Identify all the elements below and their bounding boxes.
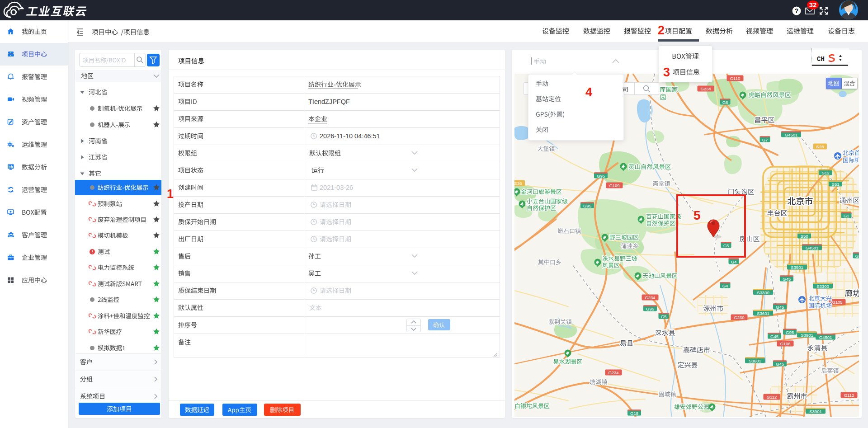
svg-text:G110: G110 (730, 76, 741, 81)
svg-text:S3501: S3501 (791, 265, 803, 270)
svg-text:S3601: S3601 (749, 358, 761, 363)
svg-text:S51: S51 (832, 182, 840, 187)
svg-text:G234: G234 (645, 295, 655, 300)
svg-text:G6: G6 (722, 100, 728, 105)
svg-text:G95: G95 (646, 306, 654, 311)
svg-text:G112: G112 (844, 393, 854, 398)
svg-text:G95: G95 (583, 203, 591, 208)
svg-text:G2: G2 (855, 254, 859, 259)
svg-text:G5: G5 (723, 243, 729, 248)
svg-text:G95: G95 (597, 174, 605, 179)
svg-text:G1: G1 (844, 213, 849, 218)
svg-text:S50: S50 (801, 234, 808, 239)
svg-text:G45: G45 (770, 334, 778, 339)
svg-text:G4: G4 (722, 283, 728, 288)
svg-text:S28: S28 (816, 144, 824, 149)
svg-text:G4: G4 (731, 259, 737, 264)
svg-text:G5: G5 (661, 314, 667, 319)
svg-text:G4501: G4501 (785, 132, 798, 137)
svg-text:S3300: S3300 (757, 290, 769, 295)
svg-text:G45: G45 (776, 305, 784, 310)
svg-text:S3601: S3601 (757, 311, 769, 316)
svg-text:G106: G106 (780, 341, 790, 346)
svg-text:G112: G112 (767, 395, 777, 400)
svg-text:S3901: S3901 (809, 409, 821, 414)
svg-text:G109: G109 (609, 183, 619, 188)
svg-text:G95: G95 (786, 330, 794, 335)
svg-text:G7: G7 (762, 137, 768, 142)
svg-text:5: 5 (693, 208, 701, 222)
svg-text:S12: S12 (822, 170, 830, 175)
svg-text:G4501: G4501 (819, 335, 832, 340)
svg-text:G45: G45 (783, 277, 791, 282)
svg-text:G234: G234 (608, 370, 618, 375)
svg-text:S36: S36 (514, 181, 522, 186)
svg-text:G230: G230 (734, 315, 744, 320)
svg-text:G234: G234 (700, 86, 711, 91)
svg-text:S3300: S3300 (816, 284, 829, 289)
svg-text:G18: G18 (630, 411, 638, 416)
svg-text:G4501: G4501 (806, 245, 819, 250)
svg-text:G105: G105 (832, 300, 842, 305)
svg-text:S3901: S3901 (801, 333, 813, 338)
svg-text:G45: G45 (776, 362, 784, 367)
